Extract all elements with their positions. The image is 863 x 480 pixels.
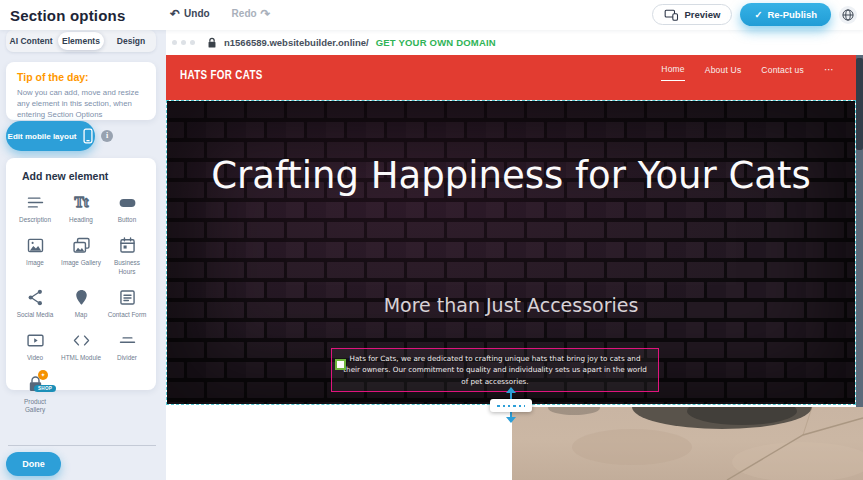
element-image[interactable]: Image [12, 235, 58, 276]
element-drag-handle[interactable] [335, 359, 346, 370]
sand-photo[interactable] [512, 407, 863, 480]
hero-body-text: Hats for Cats, we are dedicated to craft… [340, 353, 650, 386]
nav-more-icon[interactable]: ⋯ [824, 64, 834, 81]
republish-button[interactable]: ✓ Re-Publish [740, 3, 831, 26]
element-label: Social Media [17, 311, 54, 319]
element-button[interactable]: Button [104, 192, 150, 224]
site-nav: Home About Us Contact us ⋯ [661, 64, 834, 81]
element-label: Map [75, 311, 87, 319]
edit-mobile-label: Edit mobile layout [8, 132, 77, 141]
element-social-media[interactable]: Social Media [12, 287, 58, 319]
resize-grip[interactable] [490, 399, 532, 412]
tab-elements[interactable]: Elements [58, 32, 104, 50]
nav-contact-us[interactable]: Contact us [761, 65, 804, 81]
site-preview: HATS FOR CATS Home About Us Contact us ⋯ [166, 55, 856, 480]
description-icon [25, 192, 46, 213]
divider-icon [117, 330, 138, 351]
website-builder-app: Section options ↶ Undo Redo ↷ Preview ✓ [0, 0, 863, 480]
topbar-actions: Preview ✓ Re-Publish [652, 3, 857, 26]
element-label: Heading [69, 216, 93, 224]
preview-scrollbar[interactable] [856, 55, 863, 407]
button-icon [117, 192, 138, 213]
map-pin-icon [71, 287, 92, 308]
element-label: Video [27, 354, 43, 362]
element-label: HTML Module [61, 354, 101, 362]
redo-icon: ↷ [261, 9, 271, 19]
preview-button[interactable]: Preview [652, 4, 732, 25]
svg-text:Tt: Tt [74, 195, 88, 210]
shop-badge: SHOP [34, 385, 56, 392]
element-video[interactable]: Video [12, 330, 58, 362]
hero-section-selected[interactable]: Crafting Happiness for Your Cats More th… [166, 100, 856, 405]
preview-browser-bar: n1566589.websitebuilder.online/ GET YOUR… [166, 30, 863, 55]
element-label: Image Gallery [61, 259, 101, 267]
lock-icon [207, 37, 217, 49]
element-image-gallery[interactable]: Image Gallery [58, 235, 104, 276]
sidebar-divider [8, 445, 156, 446]
get-domain-link[interactable]: GET YOUR OWN DOMAIN [376, 37, 496, 48]
redo-label: Redo [232, 8, 257, 19]
hero-title[interactable]: Crafting Happiness for Your Cats [167, 153, 855, 198]
element-grid: Description Tt Heading Button [12, 192, 150, 414]
heading-icon: Tt [71, 192, 92, 213]
resize-arrow-down-icon [506, 417, 516, 423]
next-section-blank[interactable] [166, 407, 512, 480]
site-url: n1566589.websitebuilder.online/ [224, 37, 369, 48]
element-heading[interactable]: Tt Heading [58, 192, 104, 224]
new-badge-icon: ✦ [38, 370, 48, 380]
top-toolbar: Section options ↶ Undo Redo ↷ Preview ✓ [0, 0, 863, 30]
info-icon[interactable]: i [101, 130, 113, 142]
element-description[interactable]: Description [12, 192, 58, 224]
contact-form-icon [117, 287, 138, 308]
sand-photo-detail [512, 407, 863, 480]
tab-design[interactable]: Design [108, 32, 154, 50]
tip-of-the-day-card: Tip of the day: Now you can add, move an… [6, 62, 156, 120]
check-icon: ✓ [754, 9, 762, 20]
site-header: HATS FOR CATS Home About Us Contact us ⋯ [166, 55, 856, 100]
undo-icon: ↶ [170, 9, 180, 19]
browser-dots-icon [172, 40, 199, 45]
site-logo[interactable]: HATS FOR CATS [180, 68, 263, 82]
language-globe-button[interactable] [839, 6, 857, 24]
history-controls: ↶ Undo Redo ↷ [170, 8, 271, 19]
nav-home[interactable]: Home [661, 64, 684, 81]
video-icon [25, 330, 46, 351]
add-new-element-card: Add new element Description Tt Heading B… [6, 158, 156, 390]
image-icon [25, 235, 46, 256]
element-label: Product Gallery [13, 398, 57, 415]
element-product-gallery[interactable]: ✦ SHOP Product Gallery [12, 374, 58, 415]
html-module-icon [71, 330, 92, 351]
edit-mobile-layout-button[interactable]: Edit mobile layout [6, 121, 95, 151]
panel-tabs: AI Content Elements Design [6, 30, 156, 52]
undo-button[interactable]: ↶ Undo [170, 8, 210, 19]
element-business-hours[interactable]: Business Hours [104, 235, 150, 276]
smartphone-icon [83, 128, 93, 144]
element-label: Button [118, 216, 136, 224]
element-label: Description [19, 216, 51, 224]
redo-button[interactable]: Redo ↷ [232, 8, 271, 19]
add-element-heading: Add new element [22, 170, 150, 182]
tab-ai-content[interactable]: AI Content [8, 32, 54, 50]
scrollbar-thumb[interactable] [856, 58, 863, 150]
undo-label: Undo [184, 8, 210, 19]
social-media-icon [25, 287, 46, 308]
devices-icon [664, 9, 679, 21]
section-resize-handle[interactable] [490, 391, 532, 419]
element-contact-form[interactable]: Contact Form [104, 287, 150, 319]
hero-text-element-selected[interactable]: Hats for Cats, we are dedicated to craft… [331, 348, 659, 392]
section-options-panel: AI Content Elements Design Tip of the da… [0, 30, 166, 480]
element-map[interactable]: Map [58, 287, 104, 319]
element-label: Contact Form [108, 311, 147, 319]
element-divider[interactable]: Divider [104, 330, 150, 362]
done-button[interactable]: Done [6, 452, 61, 476]
image-gallery-icon [71, 235, 92, 256]
page-title: Section options [10, 7, 126, 24]
element-html-module[interactable]: HTML Module [58, 330, 104, 362]
nav-about-us[interactable]: About Us [705, 65, 742, 81]
tip-body: Now you can add, move and resize any ele… [17, 88, 145, 121]
element-label: Business Hours [105, 259, 149, 276]
preview-label: Preview [684, 9, 720, 20]
element-label: Divider [117, 354, 137, 362]
tip-heading: Tip of the day: [17, 71, 145, 83]
hero-subtitle[interactable]: More than Just Accessories [167, 294, 855, 316]
